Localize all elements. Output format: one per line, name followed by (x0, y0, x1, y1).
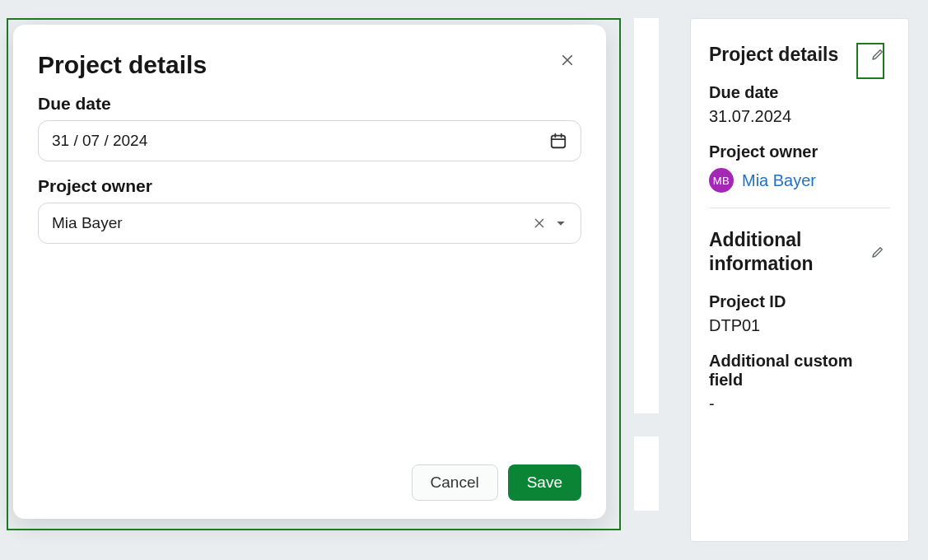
close-icon (560, 53, 575, 68)
avatar: MB (709, 168, 734, 193)
due-date-value: 31.07.2024 (709, 107, 890, 126)
project-owner-label: Project owner (38, 176, 581, 196)
cancel-button[interactable]: Cancel (412, 464, 498, 501)
background-card (634, 18, 659, 413)
due-date-input[interactable]: 31 / 07 / 2024 (38, 120, 581, 161)
pencil-icon (870, 45, 885, 63)
due-date-value: 31 / 07 / 2024 (52, 132, 147, 150)
project-owner-select[interactable]: Mia Bayer (38, 203, 581, 244)
due-date-label: Due date (38, 94, 581, 114)
section-title: Additional information (709, 228, 865, 276)
due-date-label: Due date (709, 83, 890, 102)
project-id-label: Project ID (709, 292, 890, 311)
project-owner-link[interactable]: Mia Bayer (742, 171, 816, 190)
clear-selection-icon[interactable] (533, 217, 546, 230)
project-owner-label: Project owner (709, 142, 890, 161)
chevron-down-icon (554, 217, 567, 230)
calendar-icon (549, 132, 567, 150)
project-details-dialog: Project details Due date 31 / 07 / 2024 … (13, 25, 606, 519)
custom-field-label: Additional custom field (709, 352, 890, 390)
side-panel: Project details Due date 31.07.2024 Proj… (690, 18, 909, 542)
project-id-value: DTP01 (709, 316, 890, 335)
edit-additional-info-button[interactable] (865, 240, 890, 264)
pencil-icon (870, 243, 885, 261)
project-owner-value: Mia Bayer (52, 214, 123, 232)
close-button[interactable] (553, 46, 581, 74)
dialog-title: Project details (38, 51, 207, 79)
svg-rect-2 (552, 136, 566, 148)
save-button[interactable]: Save (508, 464, 581, 501)
background-card (634, 436, 659, 511)
dialog-header: Project details (38, 46, 581, 79)
dialog-footer: Cancel Save (38, 464, 581, 501)
section-title: Project details (709, 43, 838, 67)
project-owner-row: MB Mia Bayer (709, 168, 890, 193)
project-details-section: Project details Due date 31.07.2024 Proj… (709, 42, 890, 208)
custom-field-value: - (709, 394, 890, 413)
edit-project-details-button[interactable] (865, 42, 890, 67)
additional-information-section: Additional information Project ID DTP01 … (709, 208, 890, 428)
